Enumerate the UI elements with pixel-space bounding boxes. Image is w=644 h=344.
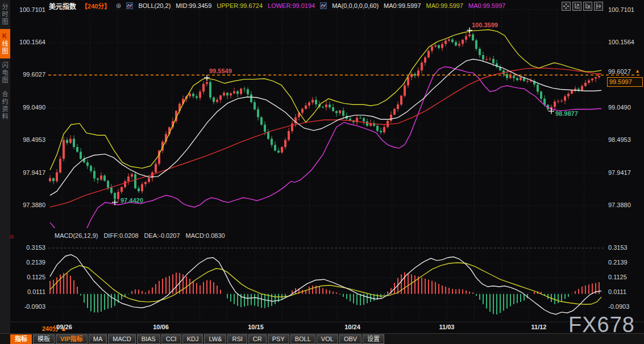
y-axis-label: 97.3880 [608,202,642,208]
chart-header: 美元指数 【240分】 ⊕ BOLL(20,2) MID:99.3459 UPP… [49,1,505,10]
x-axis-row: 240分 ▲ 09/26 10/06 10/15 10/24 11/03 11/… [0,322,644,333]
macd-diff-value: DIFF:0.0208 [103,232,138,239]
macd-header: MACD(26,12,9) DIFF:0.0208 DEA:-0.0207 MA… [55,232,225,239]
toolbar-button-lwr[interactable]: LW& [204,334,226,344]
y-axis-label: 98.4953 [608,136,642,143]
y-axis-label: 100.1564 [608,39,642,45]
toolbar-button-bias[interactable]: BIAS [137,334,160,344]
chart-annotation: 98.9877 [555,110,578,117]
pane-shift-icon[interactable] [594,2,603,11]
toolbar-button-macd[interactable]: MACD [108,334,135,344]
x-axis-date: 10/15 [248,324,264,330]
y-axis-label: 97.9417 [17,169,45,176]
macd-dea-value: DEA:-0.0207 [144,232,180,239]
sidebar-item-contract-info[interactable]: 合约资料 [0,87,10,124]
macd-axis-label: 0.1125 [608,274,642,280]
circled-plus-icon[interactable]: ⊕ [115,2,121,10]
current-price-badge: 99.5997 [607,77,643,87]
sidebar-item-timeline-chart[interactable]: 分时图 [0,0,10,29]
zoom-out-scale-icon[interactable] [583,2,592,11]
trading-app-window: 分时图 K线图 闪电图 合约资料 美元指数 【240分】 ⊕ BOLL(20,2… [0,0,644,344]
y-axis-label: 98.4953 [17,136,45,143]
macd-axis-label: 0.3153 [608,244,642,251]
toolbar-button-ma[interactable]: MA [89,334,107,344]
macd-axis-label: 0.1125 [17,274,45,280]
x-axis-date: 11/03 [439,324,455,330]
toolbar-button-psy[interactable]: PSY [268,334,289,344]
ma-indicator-icon[interactable] [320,2,327,9]
toolbar-button-vip-indicator[interactable]: VIP指标 [56,334,88,344]
toolbar-button-kdj[interactable]: KDJ [182,334,203,344]
toolbar-button-indicator[interactable]: 指标 [10,334,32,344]
y-axis-label: 99.0490 [17,104,45,111]
ma-value-white: MA0:99.5997 [384,2,421,9]
zoom-in-scale-icon[interactable] [572,2,581,11]
macd-macd-value: MACD:0.0830 [186,232,225,239]
macd-axis-label: 0.2139 [17,259,45,266]
toolbar-button-vol[interactable]: VOL [317,334,338,344]
toolbar-button-settings[interactable]: 设置 [363,334,384,344]
sidebar-item-flash-chart[interactable]: 闪电图 [0,58,10,87]
y-axis-label: 97.3880 [17,202,45,208]
macd-axis-label: 0.0111 [17,288,45,295]
chart-annotation: 100.3599 [472,22,498,28]
toolbar-button-boll[interactable]: BOLL [290,334,315,344]
y-axis-label: 99.6027 [17,71,45,78]
x-axis-date: 10/24 [344,324,360,330]
x-axis-date: 11/12 [531,324,547,330]
macd-axis-label: 0.2139 [608,259,642,266]
boll-mid-value: MID:99.3459 [176,2,211,9]
y-axis-label: 100.1564 [17,39,45,45]
y-axis-label: 97.9417 [608,169,642,176]
left-sidebar: 分时图 K线图 闪电图 合约资料 [0,0,10,344]
ma-value-yellow: MA0:99.5997 [426,2,463,9]
toolbar-button-obv[interactable]: OBV [339,334,362,344]
boll-label: BOLL(20,2) [138,2,171,9]
macd-params-label: MACD(26,12,9) [55,232,98,239]
toolbar-button-template[interactable]: 模板 [33,334,55,344]
macd-axis-label: -0.0903 [17,303,45,310]
macd-axis-label: 0.0111 [608,288,642,295]
fx678-watermark: FX678 [568,313,635,337]
ma-value-magenta: MA0:99.5997 [468,2,505,9]
toolbar-button-cci[interactable]: CCI [161,334,181,344]
sidebar-item-kline-chart[interactable]: K线图 [0,29,10,58]
x-axis-date: 09/26 [56,324,72,330]
indicator-toolbar: 指标 模板 VIP指标 MA MACD BIAS CCI KDJ LW& RSI… [0,333,644,344]
chart-annotation: 99.5549 [209,68,232,74]
chart-annotation: 97.4420 [121,197,143,204]
y-axis-label: 100.7101 [608,6,642,13]
x-axis-date: 10/06 [153,324,169,330]
price-marker-arrow-icon: ▲ [635,68,640,74]
macd-axis-label: 0.3153 [17,244,45,251]
boll-indicator-icon[interactable] [126,2,133,9]
y-axis-label: 99.0490 [608,104,642,111]
toolbar-button-cr[interactable]: CR [248,334,267,344]
boll-upper-value: UPPER:99.6724 [217,2,263,9]
toolbar-button-rsi[interactable]: RSI [227,334,247,344]
boll-lower-value: LOWER:99.0194 [268,2,315,9]
crosshair-icon[interactable] [562,2,571,11]
period-badge[interactable]: 【240分】 [81,1,110,10]
alert-blink-icon: ☼ [9,232,15,240]
chart-canvas[interactable] [0,0,644,344]
ma-label: MA(0,0,0,0,0,60) [332,2,379,9]
chart-tool-buttons [562,2,603,11]
symbol-name: 美元指数 [49,1,76,11]
y-axis-label: 100.7101 [17,6,45,13]
macd-axis-label: -0.0903 [608,303,642,310]
